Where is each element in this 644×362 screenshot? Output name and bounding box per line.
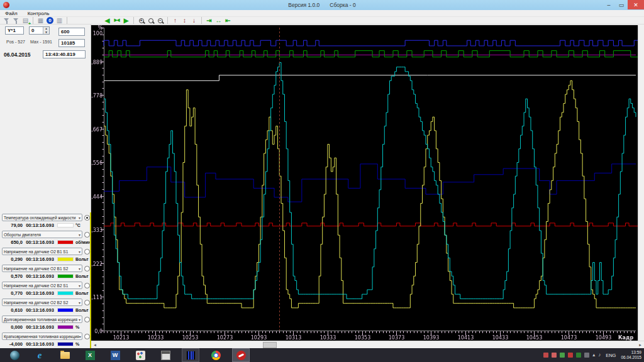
titlebar: Версия 1.0.0Сборка - 0 – ▭ ✕ bbox=[0, 0, 644, 10]
playback-pause-button[interactable]: ▶◀ bbox=[112, 17, 121, 25]
channel-select[interactable]: Кратковременная топливная коррекция▾ bbox=[2, 332, 82, 340]
maximize-button[interactable]: ▭ bbox=[615, 0, 628, 9]
scale-fit-vertical-button[interactable]: ↕ bbox=[180, 17, 189, 25]
taskbar-diagnostic-app[interactable] bbox=[233, 349, 249, 361]
taskbar-chart-app[interactable] bbox=[182, 349, 199, 361]
scale-down-button[interactable]: ↓ bbox=[189, 17, 199, 25]
clock-date: 06.04.2015 bbox=[621, 355, 641, 360]
window-title: Версия 1.0.0Сборка - 0 bbox=[0, 2, 644, 8]
taskbar-file-explorer[interactable] bbox=[57, 349, 73, 361]
taskbar-internet-explorer[interactable]: e bbox=[31, 349, 48, 361]
clock[interactable]: 13:59 06.04.2015 bbox=[621, 350, 641, 360]
channel-color-swatch bbox=[57, 291, 74, 295]
chevron-down-icon: ▾ bbox=[79, 233, 80, 237]
channel-radio[interactable] bbox=[84, 266, 90, 272]
add-document-button[interactable]: ▤+ bbox=[21, 17, 30, 25]
tray-display-icon[interactable] bbox=[584, 353, 589, 358]
list-view-button[interactable]: ▥ bbox=[55, 17, 64, 25]
tray-volume-icon[interactable]: ♪ bbox=[598, 353, 601, 358]
playback-prev-button[interactable]: ◀ bbox=[103, 17, 112, 25]
tray-app-4-icon[interactable] bbox=[568, 353, 573, 358]
channel-color-swatch bbox=[57, 325, 74, 329]
window-size-field[interactable]: 600 bbox=[58, 28, 85, 36]
playback-next-button[interactable]: ▶ bbox=[121, 17, 131, 25]
tray-app-2-icon[interactable] bbox=[552, 353, 557, 358]
channel-timestamp: 00:13:16.093 bbox=[23, 324, 57, 330]
menu-file[interactable]: Файл bbox=[0, 11, 23, 16]
scale-up-button[interactable]: ↑ bbox=[170, 17, 180, 25]
channel-unit: об/мин bbox=[74, 240, 91, 244]
channel-value: 650,0 bbox=[0, 239, 23, 245]
channel-select[interactable]: Обороты двигателя▾ bbox=[2, 231, 82, 238]
menu-control[interactable]: Контроль bbox=[23, 11, 55, 16]
clock-time: 13:59 bbox=[621, 350, 641, 355]
channel-name: Напряжение на датчике О2 В1 S1 bbox=[4, 250, 68, 254]
compress-horizontal-button[interactable]: ⇥ bbox=[204, 17, 214, 25]
title-build: Сборка - 0 bbox=[330, 2, 355, 8]
tray-show-hidden-icon[interactable]: ▴ bbox=[592, 353, 595, 358]
record-date: 06.04.2015 bbox=[4, 52, 31, 58]
channel-radio[interactable] bbox=[84, 215, 90, 221]
channel-value-row: 79,0000:13:16.093°C bbox=[0, 221, 91, 229]
channel-row: Обороты двигателя▾650,000:13:16.093об/ми… bbox=[0, 230, 91, 247]
start-icon bbox=[10, 351, 19, 360]
horizontal-scrollbar[interactable]: ◂ ▸ bbox=[91, 341, 644, 348]
expand-horizontal-button[interactable]: ⇤ bbox=[223, 17, 233, 25]
channel-select[interactable]: Напряжение на датчике О2 В2 S1▾ bbox=[2, 282, 82, 289]
taskbar-word[interactable]: W bbox=[107, 349, 123, 361]
channel-row: Напряжение на датчике О2 В1 S1▾0,29000:1… bbox=[0, 247, 91, 264]
channel-select[interactable]: Напряжение на датчике О2 В1 S1▾ bbox=[2, 248, 82, 255]
taskbar-excel[interactable]: X bbox=[82, 349, 98, 361]
stepper-buttons[interactable]: ▴▾ bbox=[43, 27, 49, 34]
channel-radio[interactable] bbox=[84, 283, 90, 288]
zoom-reset-button[interactable] bbox=[146, 17, 155, 25]
tray-shield-icon[interactable] bbox=[576, 353, 581, 358]
filter-1-button[interactable] bbox=[2, 17, 11, 25]
channel-select[interactable]: Напряжение на датчике О2 В2 S2▾ bbox=[2, 299, 82, 306]
magnifier-minus-icon: − bbox=[158, 18, 163, 23]
chart-app-icon bbox=[186, 351, 196, 360]
scrollbar-thumb[interactable] bbox=[263, 342, 277, 348]
minimize-button[interactable]: – bbox=[602, 0, 615, 9]
tray-app-3-icon[interactable] bbox=[560, 353, 565, 358]
zero-marker-button[interactable]: 0 bbox=[45, 17, 55, 25]
channel-select[interactable]: Напряжение на датчике О2 В1 S2▾ bbox=[2, 265, 82, 272]
frame-number-field[interactable]: 10185 bbox=[58, 39, 85, 47]
diagnostic-app-icon bbox=[236, 351, 246, 360]
language-indicator[interactable]: ENG bbox=[606, 353, 616, 358]
channel-radio[interactable] bbox=[84, 317, 90, 322]
taskbar-calculator[interactable] bbox=[157, 349, 174, 361]
offset-value: 0 bbox=[31, 28, 34, 33]
taskbar-chrome[interactable] bbox=[208, 349, 224, 361]
zoom-out-button[interactable]: − bbox=[155, 17, 165, 25]
tray-app-1-icon[interactable] bbox=[543, 353, 548, 358]
channel-radio[interactable] bbox=[84, 249, 90, 255]
channel-radio[interactable] bbox=[84, 232, 90, 238]
plot-area[interactable] bbox=[91, 25, 638, 341]
funnel-icon bbox=[4, 18, 9, 24]
offset-stepper[interactable]: 0 ▴▾ bbox=[29, 26, 50, 35]
oscillogram-canvas[interactable] bbox=[91, 25, 638, 341]
channel-list: Температура охлаждающей жидкости▾79,0000… bbox=[0, 213, 91, 349]
channel-select[interactable]: Температура охлаждающей жидкости▾ bbox=[2, 214, 82, 221]
taskbar-paint[interactable] bbox=[132, 349, 148, 361]
channel-unit: Вольт bbox=[74, 308, 91, 312]
record-time-field[interactable]: 13:43:40.819 bbox=[43, 50, 86, 58]
zoom-in-button[interactable]: + bbox=[136, 17, 146, 25]
spin-down-icon[interactable]: ▾ bbox=[43, 31, 49, 35]
close-button[interactable]: ✕ bbox=[628, 0, 644, 9]
channel-radio[interactable] bbox=[84, 300, 90, 305]
channel-value-row: 0,77000:13:16.093Вольт bbox=[0, 289, 91, 297]
start-button[interactable] bbox=[6, 349, 23, 361]
channel-unit: % bbox=[74, 325, 91, 329]
fit-horizontal-button[interactable]: ↔ bbox=[214, 17, 223, 25]
chevron-down-icon: ▾ bbox=[79, 283, 80, 288]
channel-select[interactable]: Долговременная топливная коррекция▾ bbox=[2, 315, 82, 323]
channel-value-row: 0,57000:13:16.093Вольт bbox=[0, 272, 91, 280]
filter-2-button[interactable] bbox=[11, 17, 21, 25]
channel-color-swatch bbox=[57, 308, 74, 312]
y-scale-select[interactable]: Y*1 bbox=[5, 26, 24, 35]
grid-view-button[interactable]: ▦ bbox=[36, 17, 45, 25]
channel-row: Долговременная топливная коррекция▾0,000… bbox=[0, 315, 91, 332]
channel-radio[interactable] bbox=[84, 334, 90, 339]
